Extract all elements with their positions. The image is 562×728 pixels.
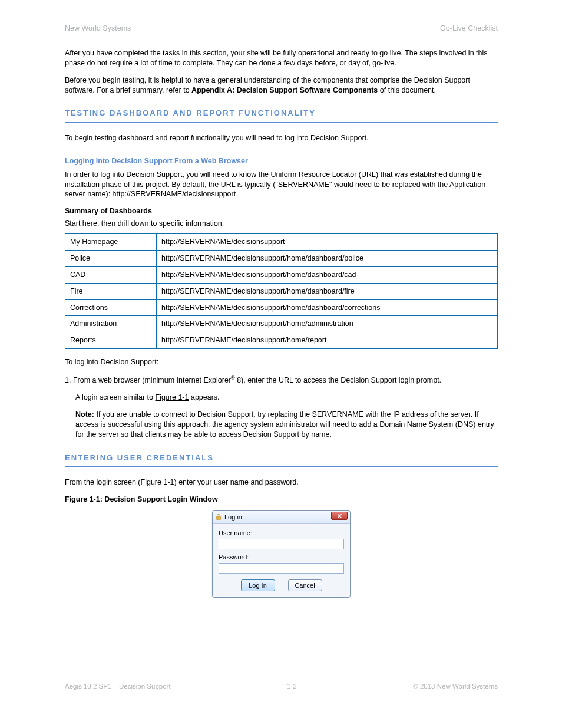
password-label: Password: [219, 553, 344, 562]
header-left: New World Systems [65, 24, 131, 34]
dashboard-name-cell: Fire [65, 283, 157, 299]
footer-page-number: 1-2 [287, 682, 297, 691]
dashboard-name-cell: Corrections [65, 299, 157, 316]
step-1-result: A login screen similar to Figure 1-1 app… [65, 393, 498, 403]
dashboard-url-cell: http://SERVERNAME/decisionsupport/home/a… [157, 316, 498, 332]
dashboard-url-table: My Homepagehttp://SERVERNAME/decisionsup… [65, 233, 498, 349]
login-dialog: Log in User name: Password: Log In Cance… [212, 510, 351, 598]
summary-intro: Start here, then drill down to specific … [65, 219, 498, 229]
lock-icon [215, 513, 222, 521]
section-title-testing: TESTING DASHBOARD AND REPORT FUNCTIONALI… [65, 108, 498, 118]
summary-title: Summary of Dashboards [65, 206, 498, 216]
dashboard-url-cell: http://SERVERNAME/decisionsupport/home/r… [157, 332, 498, 349]
section-title-credentials: Entering User Credentials [65, 453, 498, 463]
figure-caption: Figure 1-1: Decision Support Login Windo… [65, 495, 498, 505]
dashboard-name-cell: Administration [65, 316, 157, 332]
intro-para-2: Before you begin testing, it is helpful … [65, 75, 498, 95]
subsection-para-login-browser: In order to log into Decision Support, y… [65, 170, 498, 200]
dashboard-url-cell: http://SERVERNAME/decisionsupport/home/d… [157, 299, 498, 316]
note-block: Note: If you are unable to connect to De… [65, 410, 498, 440]
section-rule-2 [65, 466, 498, 467]
table-row: My Homepagehttp://SERVERNAME/decisionsup… [65, 234, 498, 251]
close-button[interactable] [331, 512, 348, 520]
page-header: New World Systems Go-Live Checklist [65, 24, 498, 34]
subsection-title-login-browser: Logging Into Decision Support From a Web… [65, 156, 498, 166]
dashboard-name-cell: Reports [65, 332, 157, 349]
footer-rule [65, 678, 498, 678]
figure-ref-inline-2: Figure 1-1 [141, 478, 174, 486]
credentials-para: From the login screen (Figure 1-1) enter… [65, 477, 498, 487]
login-title: Log in [224, 513, 329, 522]
footer-left: Aegis 10.2 SP1 – Decision Support [65, 682, 171, 691]
appendix-ref: Appendix A: Decision Support Software Co… [191, 86, 378, 94]
dashboard-name-cell: My Homepage [65, 234, 157, 251]
login-dialog-figure: Log in User name: Password: Log In Cance… [65, 510, 498, 598]
username-label: User name: [219, 529, 344, 538]
table-row: CADhttp://SERVERNAME/decisionsupport/hom… [65, 266, 498, 283]
header-right: Go-Live Checklist [440, 24, 498, 34]
table-row: Correctionshttp://SERVERNAME/decisionsup… [65, 299, 498, 316]
svg-rect-0 [216, 517, 221, 520]
figure-ref-inline[interactable]: Figure 1-1 [155, 393, 189, 401]
table-row: Administrationhttp://SERVERNAME/decision… [65, 316, 498, 332]
table-row: Policehttp://SERVERNAME/decisionsupport/… [65, 250, 498, 266]
note-label: Note: [75, 410, 94, 419]
page-footer: Aegis 10.2 SP1 – Decision Support 1-2 © … [65, 677, 498, 691]
cancel-button[interactable]: Cancel [288, 579, 322, 591]
username-input[interactable] [219, 539, 344, 549]
close-icon [337, 513, 342, 519]
step-1: 1. From a web browser (minimum Internet … [65, 374, 498, 386]
login-button[interactable]: Log In [241, 579, 275, 591]
section-para-testing: To begin testing dashboard and report fu… [65, 133, 498, 143]
section-rule-1 [65, 122, 498, 123]
dashboard-url-cell: http://SERVERNAME/decisionsupport [157, 234, 498, 251]
login-titlebar: Log in [213, 511, 350, 524]
registered-mark: ® [231, 375, 235, 381]
table-row: Reportshttp://SERVERNAME/decisionsupport… [65, 332, 498, 349]
dashboard-url-cell: http://SERVERNAME/decisionsupport/home/d… [157, 250, 498, 266]
steps-intro: To log into Decision Support: [65, 357, 498, 367]
header-rule [65, 35, 498, 35]
intro-para-1: After you have completed the tasks in th… [65, 48, 498, 68]
dashboard-name-cell: CAD [65, 266, 157, 283]
dashboard-url-cell: http://SERVERNAME/decisionsupport/home/d… [157, 283, 498, 299]
dashboard-url-cell: http://SERVERNAME/decisionsupport/home/d… [157, 266, 498, 283]
footer-right: © 2013 New World Systems [413, 682, 498, 691]
table-row: Firehttp://SERVERNAME/decisionsupport/ho… [65, 283, 498, 299]
password-input[interactable] [219, 563, 344, 574]
dashboard-name-cell: Police [65, 250, 157, 266]
